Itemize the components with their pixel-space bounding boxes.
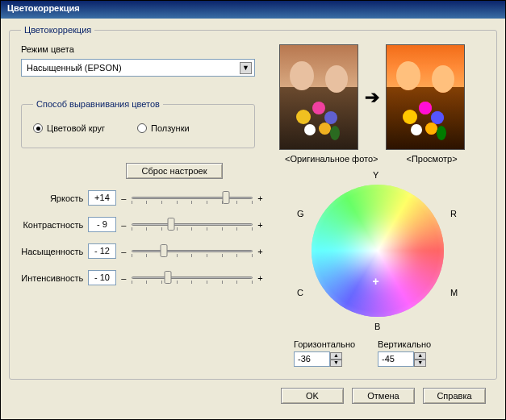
titlebar[interactable]: Цветокоррекция: [1, 1, 505, 19]
color-mode-value: Насыщенный (EPSON): [27, 63, 122, 73]
spin-down-icon[interactable]: ▼: [414, 360, 426, 367]
intensity-value[interactable]: - 10: [88, 270, 115, 285]
reset-button[interactable]: Сброс настроек: [126, 163, 223, 179]
contrast-label: Контрастность: [21, 220, 83, 230]
saturation-label: Насыщенность: [21, 247, 83, 256]
spin-down-icon[interactable]: ▼: [330, 360, 342, 367]
color-correction-dialog: Цветокоррекция Цветокоррекция Режим цвет…: [0, 0, 506, 420]
intensity-label: Интенсивность: [21, 273, 83, 283]
slider-thumb[interactable]: [164, 271, 171, 284]
radio-sliders[interactable]: Ползунки: [137, 123, 190, 133]
contrast-value[interactable]: - 9: [88, 217, 115, 232]
group-legend: Цветокоррекция: [21, 25, 94, 35]
slider-thumb[interactable]: [161, 244, 168, 257]
slider-thumb[interactable]: [168, 218, 175, 231]
color-wheel[interactable]: Y G R C M B +: [273, 168, 478, 338]
help-button[interactable]: Справка: [423, 388, 486, 404]
arrow-right-icon: ➔: [365, 87, 379, 108]
chevron-down-icon: ▼: [240, 62, 252, 74]
slider-thumb[interactable]: [222, 191, 229, 204]
brightness-label: Яркость: [21, 193, 83, 203]
preview-caption: <Просмотр>: [407, 154, 458, 164]
horizontal-value[interactable]: -36: [294, 351, 330, 367]
radio-color-wheel[interactable]: Цветовой круг: [33, 123, 105, 133]
balance-legend: Способ выравнивания цветов: [33, 99, 163, 109]
radio-icon: [33, 123, 43, 133]
color-mode-label: Режим цвета: [21, 44, 263, 54]
original-photo: [279, 44, 358, 150]
vertical-value[interactable]: -45: [378, 351, 414, 367]
saturation-slider[interactable]: [132, 244, 253, 259]
radio-icon: [137, 123, 147, 133]
spin-up-icon[interactable]: ▲: [414, 352, 426, 360]
spin-up-icon[interactable]: ▲: [330, 352, 342, 360]
color-mode-select[interactable]: Насыщенный (EPSON) ▼: [21, 59, 255, 77]
saturation-value[interactable]: - 12: [88, 243, 115, 259]
ok-button[interactable]: OK: [281, 388, 344, 404]
brightness-value[interactable]: +14: [88, 190, 115, 206]
original-caption: <Оригинальное фото>: [285, 154, 378, 164]
vertical-label: Вертикально: [378, 339, 431, 349]
intensity-slider[interactable]: [132, 271, 253, 285]
cancel-button[interactable]: Отмена: [352, 388, 415, 404]
brightness-slider[interactable]: [132, 191, 253, 206]
preview-photo: [386, 44, 465, 150]
horizontal-label: Горизонтально: [294, 339, 355, 349]
contrast-slider[interactable]: [132, 218, 253, 232]
color-correction-group: Цветокоррекция Режим цвета Насыщенный (E…: [9, 25, 497, 380]
balance-method-group: Способ выравнивания цветов Цветовой круг…: [21, 99, 255, 148]
wheel-marker-icon[interactable]: +: [372, 275, 380, 283]
